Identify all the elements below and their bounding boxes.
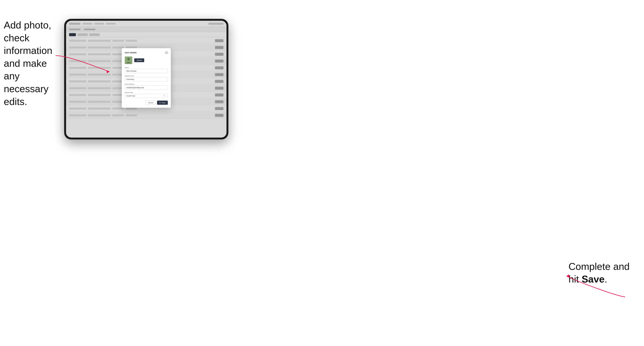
annotation-right-line1: Complete and xyxy=(568,261,630,272)
school-year-input[interactable] xyxy=(125,94,168,98)
email-label: Email address xyxy=(125,83,168,85)
email-input[interactable] xyxy=(125,86,168,90)
school-year-arrows-icon[interactable]: ⌃⌄ xyxy=(164,95,167,97)
annotation-left: Add photo, check information and make an… xyxy=(4,19,62,108)
name-input[interactable] xyxy=(125,69,168,73)
email-form-group: Email address xyxy=(125,83,168,90)
modal-title: User details xyxy=(125,51,136,54)
school-year-label: School Year xyxy=(125,92,168,93)
save-button-label: Save xyxy=(162,102,166,104)
school-year-wrapper: × ⌃⌄ xyxy=(125,94,168,98)
modal-close-button[interactable]: × xyxy=(165,51,168,54)
tablet-screen: › xyxy=(66,21,226,138)
upload-photo-button[interactable]: Upload xyxy=(134,58,144,62)
profile-photo-thumb xyxy=(125,56,132,64)
modal-footer: Cancel ⬆ Save xyxy=(125,101,168,105)
user-details-modal: User details × Upload Name xyxy=(122,48,171,108)
display-name-input[interactable] xyxy=(125,77,168,81)
annotation-right: Complete and hit Save. xyxy=(568,260,633,286)
school-year-form-group: School Year × ⌃⌄ xyxy=(125,92,168,98)
annotation-right-end: . xyxy=(604,274,607,285)
name-label: Name xyxy=(125,67,168,68)
photo-section: Upload xyxy=(125,56,168,64)
modal-header: User details × xyxy=(125,51,168,54)
annotation-right-bold: Save xyxy=(582,274,604,285)
photo-thumbnail-image xyxy=(125,56,132,64)
display-name-form-group: Display name xyxy=(125,75,168,81)
display-name-label: Display name xyxy=(125,75,168,77)
save-icon: ⬆ xyxy=(159,102,161,104)
svg-point-3 xyxy=(127,58,130,60)
cancel-button[interactable]: Cancel xyxy=(145,101,156,105)
save-button[interactable]: ⬆ Save xyxy=(157,101,168,105)
tablet-shell: › xyxy=(64,19,228,140)
annotation-right-line2: hit xyxy=(568,274,582,285)
name-form-group: Name xyxy=(125,67,168,73)
